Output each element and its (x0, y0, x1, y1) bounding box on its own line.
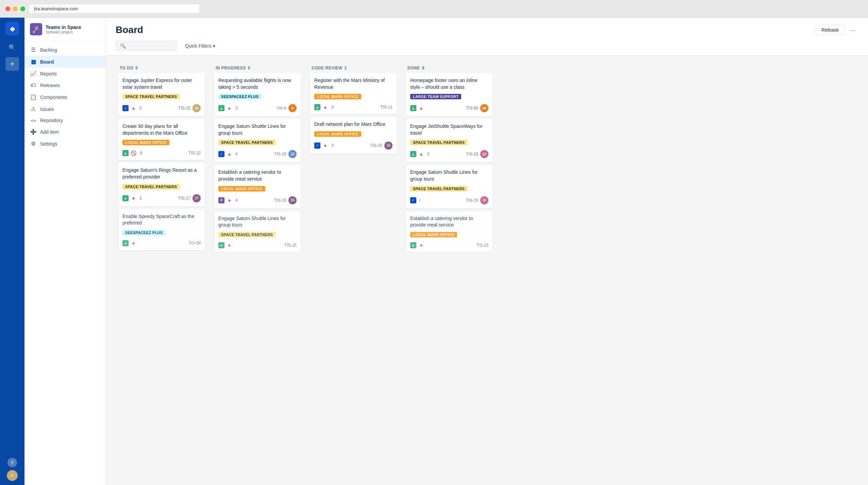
card-count: 3 (331, 105, 334, 110)
page-title: Board (116, 24, 143, 35)
sidebar-item-issues[interactable]: ⚠ Issues (24, 103, 106, 115)
card-tag: SEESPACEEZ PLUS (122, 230, 165, 235)
search-box[interactable]: 🔍 (116, 41, 177, 51)
column-cards: Homepage footer uses an inline style – s… (403, 73, 495, 478)
jira-logo[interactable]: ◆ (5, 22, 19, 35)
card[interactable]: Establish a catering vendor to provide m… (406, 211, 493, 252)
sidebar-item-add-item[interactable]: ➕ Add item (24, 126, 106, 138)
sidebar-header: 🚀 Teams in Space Software project (24, 18, 106, 41)
card-title: Engage Saturn Shuttle Lines for group to… (218, 123, 297, 136)
search-rail-icon[interactable]: 🔍 (5, 41, 19, 54)
card[interactable]: Engage Saturn's Rings Resort as a prefer… (118, 163, 205, 206)
card[interactable]: Engage Saturn Shuttle Lines for group to… (214, 119, 301, 162)
sidebar-item-releases[interactable]: 🏷 Releases (24, 80, 106, 91)
card-footer: ✓ 🔺 3 TIS-15 15 (314, 141, 393, 150)
story-icon: ▲ (314, 104, 320, 110)
check-icon: ✓ (410, 197, 416, 203)
column-done: DONE8 Homepage footer uses an inline sty… (403, 62, 495, 478)
create-rail-icon[interactable]: + (5, 57, 19, 71)
story-icon: ▲ (218, 242, 224, 248)
card-title: Establish a catering vendor to provide m… (218, 169, 297, 182)
minimize-button[interactable] (13, 6, 18, 11)
priority-high-icon: 🔺 (418, 106, 424, 111)
priority-high-icon: 🔺 (322, 105, 328, 110)
card-footer: ▲ 🔺 TIS-09 (122, 240, 201, 246)
card[interactable]: Homepage footer uses an inline style – s… (406, 73, 493, 116)
card-id: TIS-15 (274, 198, 286, 203)
browser-chrome: jira.teamsinspace.com (0, 0, 868, 18)
card[interactable]: Engage Saturn Shuttle Lines for group to… (406, 165, 493, 208)
more-options-button[interactable]: ··· (847, 25, 858, 35)
column-codereview: CODE REVIEW2 Register with the Mars Mini… (307, 62, 399, 478)
card-count: 4 (235, 152, 238, 156)
close-button[interactable] (5, 6, 10, 11)
card-tag: SPACE TRAVEL PARTNERS (218, 140, 276, 145)
story-icon: ▲ (410, 105, 416, 111)
sidebar-item-components[interactable]: 📋 Components (24, 91, 106, 103)
card[interactable]: Enable Speedy SpaceCraft as the preferre… (118, 209, 205, 250)
card-footer: ▲ 🔺 3 TIS-11 (314, 104, 393, 110)
reports-icon: 📈 (30, 70, 37, 77)
card-id: TIS-15 (466, 198, 478, 203)
sidebar-item-repository[interactable]: <> Repository (24, 115, 106, 126)
card-footer: ▲ 🔺 3 TIS-17 17 (122, 194, 201, 202)
priority-high-icon: 🔺 (227, 106, 232, 111)
card-count: 3 (331, 143, 334, 148)
sidebar-item-settings[interactable]: ⚙ Settings (24, 138, 106, 150)
column-label: IN PROGRESS (216, 66, 246, 70)
story-icon: ▲ (218, 105, 224, 111)
column-cards: Engage Jupiter Express for outer solar s… (116, 73, 207, 478)
help-icon[interactable]: ? (7, 458, 17, 467)
sidebar: 🚀 Teams in Space Software project ☰ Back… (24, 18, 106, 485)
sidebar-item-backlog[interactable]: ☰ Backlog (24, 44, 106, 56)
card-tag: LOCAL MARS OFFICE (122, 140, 169, 145)
board-label: Board (40, 59, 54, 65)
card-title: Engage JetShuttle SpaceWays for travel (410, 123, 488, 136)
column-header: TO DO5 (116, 62, 207, 73)
user-avatar-rail[interactable]: U (7, 470, 18, 481)
card[interactable]: Establish a catering vendor to provide m… (214, 165, 301, 208)
quick-filters-button[interactable]: Quick Filters ▾ (181, 41, 219, 51)
card-title: Create 90 day plans for all departments … (122, 123, 201, 136)
sidebar-item-board[interactable]: ▦ Board (24, 56, 106, 68)
card[interactable]: Engage JetShuttle SpaceWays for travel S… (406, 119, 493, 162)
priority-blocked-icon: 🚫 (131, 150, 136, 156)
left-rail: ◆ 🔍 + ? U (0, 18, 24, 485)
releases-icon: 🏷 (30, 82, 37, 88)
card-footer: ⚡ 🔺 4 TIS-15 15 (218, 196, 297, 204)
card-tag: LOCAL MARS OFFICE (218, 186, 265, 191)
release-button[interactable]: Release (816, 25, 845, 35)
sidebar-item-reports[interactable]: 📈 Reports (24, 68, 106, 80)
story-icon: ▲ (122, 240, 129, 246)
card-avatar: 17 (193, 194, 201, 202)
column-header: IN PROGRESS5 (212, 62, 303, 73)
priority-high-icon: 🔺 (131, 196, 136, 201)
column-count: 8 (422, 66, 424, 70)
card-tag: LARGE TEAM SUPPORT (410, 94, 461, 99)
project-icon: 🚀 (30, 23, 42, 35)
priority-high-icon: 🔺 (322, 143, 328, 148)
card-footer: ✓ 🔺 5 TIS-25 25 (122, 104, 201, 112)
card[interactable]: Register with the Mars Ministry of Reven… (310, 73, 397, 114)
card-count: 5 (427, 152, 430, 156)
card-id: TIS-12 (188, 151, 201, 155)
priority-high-icon: 🔺 (131, 240, 136, 246)
card-footer: ▲ 🔺 5 TIS-23 23 (410, 150, 488, 158)
maximize-button[interactable] (20, 6, 25, 11)
settings-icon: ⚙ (30, 140, 37, 147)
card[interactable]: Create 90 day plans for all departments … (118, 119, 205, 160)
epic-icon: ⚡ (218, 197, 224, 203)
card-count: 9 (140, 151, 142, 155)
card[interactable]: Engage Jupiter Express for outer solar s… (118, 73, 205, 116)
header-actions: Release ··· (816, 25, 858, 35)
reports-label: Reports (40, 71, 57, 77)
priority-up-icon: ↑ (418, 197, 421, 203)
quick-filters-label: Quick Filters (185, 43, 212, 49)
sidebar-nav: ☰ Backlog ▦ Board 📈 Reports 🏷 Releases 📋… (24, 41, 106, 152)
address-bar[interactable]: jira.teamsinspace.com (29, 4, 199, 13)
card[interactable]: Requesting available flights is now taki… (214, 73, 301, 116)
card[interactable]: Engage Saturn Shuttle Lines for group to… (214, 211, 301, 252)
card-title: Engage Jupiter Express for outer solar s… (122, 77, 201, 90)
card[interactable]: Draft network plan for Mars Office LOCAL… (310, 117, 397, 154)
check-icon: ✓ (314, 143, 320, 149)
